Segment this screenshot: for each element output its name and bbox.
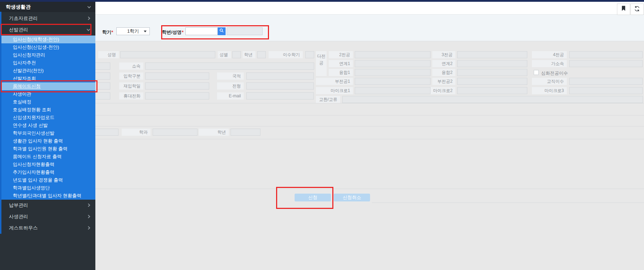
submenu-item-apply-current-cheonan[interactable]: 입사신청(재학생-천안) — [0, 36, 95, 43]
linked1-field — [355, 60, 431, 67]
mobile-label: 휴대전화 — [119, 92, 143, 99]
annotation-box-selection-mgmt — [1, 24, 91, 35]
submenu-item-roommate-data-print[interactable]: 룸메이트 신청자료 출력 — [0, 153, 95, 161]
grade-label: 학년 — [243, 51, 255, 58]
fusion2-field — [457, 69, 527, 76]
micro3-label: 마이크로3 — [532, 87, 567, 94]
email-label: E-mail — [217, 92, 244, 99]
submenu-item-room-assignment[interactable]: 호실배정 — [0, 98, 95, 106]
major3-label: 3전공 — [432, 51, 455, 58]
sidebar-item-guesthouse[interactable]: 게스트하우스 — [0, 222, 95, 234]
minor2-field — [457, 78, 527, 85]
refresh-icon — [634, 6, 640, 13]
submenu-item-extra-resident-print[interactable]: 추가입사자현황출력 — [0, 168, 95, 176]
major4-field — [569, 51, 643, 58]
gender-field — [232, 51, 241, 58]
submenu-item-dept-resident-list[interactable]: 학과별입사생명단 — [0, 184, 95, 192]
annotation-box-roommate-item — [1, 80, 97, 92]
submenu-item-trainee-selection[interactable]: 연수생 사생 선발 — [0, 122, 95, 129]
multi-major-label: 다전공 — [316, 51, 327, 76]
semester-select[interactable]: 1학기 — [116, 27, 150, 35]
screening-label: 전형 — [217, 82, 244, 90]
sidebar-item-payment-mgmt[interactable]: 납부관리 — [0, 200, 95, 211]
fusion2-label: 융합2 — [432, 69, 455, 76]
completed-terms-label: 이수학기 — [269, 51, 303, 58]
annotation-box-idname-search — [161, 25, 269, 39]
teaching-cert-field — [569, 78, 643, 85]
mobile-field — [145, 92, 209, 99]
top-navy-strip — [0, 0, 644, 2]
divider — [95, 115, 644, 115]
submenu-item-yearly-ratio-print[interactable]: 년도별 입사 경쟁율 출력 — [0, 176, 95, 184]
linked1-label: 연계1 — [329, 60, 353, 67]
submenu-item-foreign-selection[interactable]: 학부외국인사생선발 — [0, 129, 95, 137]
submenu-item-resident-recommend[interactable]: 입사자추천 — [0, 59, 95, 67]
annotation-box-apply-button — [276, 187, 333, 209]
exchange-field — [342, 96, 643, 103]
major2-field — [355, 51, 431, 58]
cancel-apply-button[interactable]: 신청취소 — [334, 194, 370, 201]
sidebar-title[interactable]: 학생생활관 — [0, 2, 95, 12]
chevron-right-icon — [87, 215, 90, 218]
sidebar-item-resident-mgmt[interactable]: 사생관리 — [0, 211, 95, 222]
submenu-item-room-assignment-status[interactable]: 호실배정현황 조회 — [0, 106, 95, 114]
email-field — [246, 92, 314, 99]
chevron-down-icon — [88, 5, 91, 9]
admission-type-field — [145, 72, 209, 80]
linked2-label: 연계2 — [432, 60, 455, 67]
minor1-field — [355, 78, 431, 85]
temp-affiliation-field — [569, 60, 643, 67]
major4-label: 4전공 — [532, 51, 567, 58]
chevron-right-icon — [87, 17, 90, 20]
semester-label: 학기* — [102, 29, 113, 36]
submenu-item-freshman-upload[interactable]: 신입생지원자업로드 — [0, 114, 95, 122]
micro1-label: 마이크로1 — [316, 87, 353, 94]
divider — [95, 126, 644, 126]
screening-field — [246, 82, 314, 90]
top-header-band — [0, 2, 644, 15]
affiliation-field — [145, 63, 314, 70]
divider — [95, 139, 644, 139]
grade-field — [257, 51, 266, 58]
dropdown-caret-icon — [144, 31, 147, 32]
linked2-field — [457, 60, 527, 67]
micro1-field — [355, 87, 431, 94]
nationality-label: 국적 — [217, 72, 244, 80]
required-asterisk: * — [111, 29, 113, 35]
grade2-field — [231, 129, 260, 136]
sidebar: 학생생활관 기초자료관리 선발관리 입사신청(재학생-천안) 입사신청(신입생-… — [0, 2, 95, 270]
submenu-item-applicant-mgmt[interactable]: 입사신청자관리 — [0, 51, 95, 59]
teaching-cert-label: 교직이수 — [532, 78, 567, 85]
submenu-item-apply-new-cheonan[interactable]: 입사신청(신입생-천안) — [0, 43, 95, 51]
divider — [372, 202, 644, 203]
exchange-label: 교환/교류 — [316, 96, 340, 103]
grade2-label: 학년 — [199, 129, 229, 136]
bookmark-icon — [621, 6, 626, 13]
department-field — [153, 129, 197, 136]
divider — [95, 189, 644, 189]
submenu-item-grade-college-status[interactable]: 학년별/단과대별 입사자 현황출력 — [0, 192, 95, 200]
micro2-label: 마이크로2 — [431, 87, 455, 94]
major2-label: 2전공 — [329, 51, 353, 58]
intensive-major-checkbox[interactable] — [534, 70, 539, 75]
submenu-item-selection-cheonan[interactable]: 선발관리(천안) — [0, 67, 95, 75]
app-window: 학기* 1학기 학번/성명* 성명 성별 학년 이수학기 소속 입학구분 국적 … — [0, 0, 644, 270]
department-label: 학과 — [122, 129, 151, 136]
sidebar-item-basic-data[interactable]: 기초자료관리 — [0, 13, 95, 24]
nationality-field — [246, 72, 314, 80]
fusion1-label: 융합1 — [329, 69, 353, 76]
admission-type-label: 입학구분 — [119, 72, 143, 80]
refresh-button[interactable] — [630, 4, 644, 15]
chevron-right-icon — [87, 204, 90, 207]
submenu-item-dept-count-print[interactable]: 학과별 입사인원 현황 출력 — [0, 145, 95, 153]
completed-terms-field — [305, 51, 314, 58]
gender-label: 성별 — [218, 51, 231, 58]
submenu-item-applicant-status-print[interactable]: 입사신청자현황출력 — [0, 161, 95, 168]
submenu-item-resident-status-print[interactable]: 생활관 입사자 현황 출력 — [0, 137, 95, 145]
affiliation-label: 소속 — [119, 63, 143, 70]
minor2-label: 부전공2 — [432, 78, 455, 85]
readmission-date-label: 재입학일 — [119, 82, 143, 90]
bookmark-button[interactable] — [617, 4, 630, 15]
filter-band — [0, 15, 644, 41]
intensive-major-checkbox-label: 심화전공이수 — [541, 70, 568, 76]
